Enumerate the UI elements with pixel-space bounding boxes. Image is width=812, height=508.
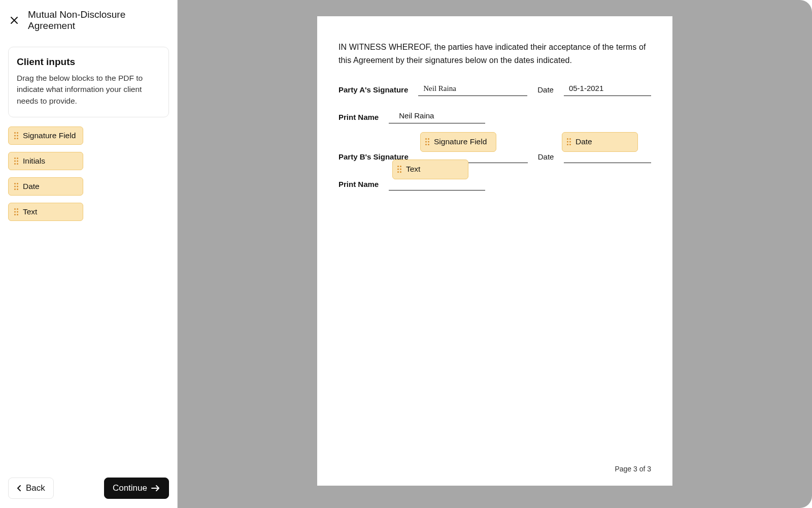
svg-point-25 — [428, 138, 429, 140]
svg-point-40 — [397, 171, 399, 173]
svg-point-10 — [14, 163, 16, 165]
svg-point-26 — [425, 141, 427, 143]
placed-label: Text — [406, 163, 420, 176]
block-signature-field[interactable]: Signature Field — [8, 126, 83, 145]
svg-point-23 — [17, 214, 18, 215]
svg-point-5 — [17, 138, 18, 139]
page-indicator: Page 3 of 3 — [615, 463, 651, 474]
party-a-date-value: 05-1-2021 — [569, 82, 646, 94]
party-b-printname-label: Print Name — [339, 178, 379, 190]
svg-point-28 — [425, 144, 427, 145]
block-text[interactable]: Text — [8, 203, 83, 221]
pdf-page[interactable]: IN WITNESS WHEREOF, the parties have ind… — [317, 16, 672, 486]
block-label: Date — [23, 182, 40, 191]
placed-label: Signature Field — [434, 136, 487, 148]
placed-text-field[interactable]: Text — [392, 160, 468, 179]
party-b-printname-row: Print Name — [339, 176, 651, 190]
document-area: IN WITNESS WHEREOF, the parties have ind… — [178, 0, 812, 508]
svg-point-37 — [400, 166, 401, 167]
svg-point-31 — [569, 138, 571, 140]
drag-handle-icon — [14, 182, 19, 190]
svg-point-32 — [567, 141, 568, 143]
svg-point-17 — [17, 188, 18, 190]
drag-handle-icon — [425, 138, 430, 146]
svg-point-39 — [400, 169, 401, 170]
svg-point-21 — [17, 211, 18, 213]
block-label: Initials — [23, 156, 45, 166]
party-a-signature-label: Party A's Signature — [339, 84, 408, 96]
placed-date-field[interactable]: Date — [562, 132, 638, 152]
svg-point-19 — [17, 208, 18, 210]
svg-point-11 — [17, 163, 18, 165]
panel-description: Drag the below blocks to the PDF to indi… — [17, 73, 160, 107]
party-b-date-label: Date — [538, 151, 554, 163]
svg-point-34 — [567, 144, 568, 145]
svg-point-13 — [17, 183, 18, 184]
svg-point-9 — [17, 161, 18, 162]
svg-point-22 — [14, 214, 16, 215]
drag-handle-icon — [397, 165, 402, 173]
svg-point-16 — [14, 188, 16, 190]
svg-point-24 — [425, 138, 427, 140]
party-a-signature-line: Neil Raina — [418, 82, 527, 96]
drag-handle-icon — [566, 138, 571, 146]
client-inputs-panel: Client inputs Drag the below blocks to t… — [8, 47, 169, 117]
svg-point-7 — [17, 157, 18, 159]
party-a-signature-value: Neil Raina — [423, 82, 522, 94]
back-button[interactable]: Back — [8, 478, 54, 499]
block-initials[interactable]: Initials — [8, 152, 83, 170]
svg-point-38 — [397, 169, 399, 170]
svg-point-20 — [14, 211, 16, 213]
close-icon — [10, 16, 19, 25]
arrow-right-icon — [151, 485, 160, 492]
svg-point-12 — [14, 183, 16, 184]
svg-point-29 — [428, 144, 429, 145]
block-list: Signature Field Initials Date Text — [8, 126, 169, 221]
svg-point-41 — [400, 171, 401, 173]
party-a-printname-value: Neil Raina — [399, 110, 480, 122]
continue-label: Continue — [113, 483, 147, 493]
svg-point-0 — [14, 132, 16, 134]
svg-point-1 — [17, 132, 18, 134]
continue-button[interactable]: Continue — [104, 478, 169, 499]
svg-point-36 — [397, 166, 399, 167]
svg-point-8 — [14, 161, 16, 162]
placed-label: Date — [576, 136, 592, 148]
block-label: Signature Field — [23, 131, 76, 140]
sidebar: Mutual Non-Disclosure Agreement Client i… — [0, 0, 178, 508]
svg-point-35 — [569, 144, 571, 145]
sidebar-header: Mutual Non-Disclosure Agreement — [8, 9, 169, 31]
footer-buttons: Back Continue — [8, 478, 169, 499]
svg-point-15 — [17, 186, 18, 187]
svg-point-4 — [14, 138, 16, 139]
block-date[interactable]: Date — [8, 177, 83, 196]
svg-point-33 — [569, 141, 571, 143]
party-a-printname-row: Print Name Neil Raina — [339, 109, 651, 123]
party-a-printname-label: Print Name — [339, 111, 379, 123]
svg-point-30 — [567, 138, 568, 140]
svg-point-6 — [14, 157, 16, 159]
svg-point-27 — [428, 141, 429, 143]
witness-paragraph: IN WITNESS WHEREOF, the parties have ind… — [339, 41, 651, 67]
chevron-left-icon — [17, 485, 22, 492]
drag-handle-icon — [14, 132, 19, 140]
party-a-signature-row: Party A's Signature Neil Raina Date 05-1… — [339, 82, 651, 96]
party-a-date-label: Date — [537, 84, 554, 96]
placed-signature-field[interactable]: Signature Field — [420, 132, 496, 152]
block-label: Text — [23, 207, 37, 216]
party-a-printname-line: Neil Raina — [389, 109, 485, 123]
svg-point-3 — [17, 135, 18, 137]
party-a-date-line: 05-1-2021 — [564, 82, 651, 96]
close-button[interactable] — [8, 14, 20, 26]
svg-point-14 — [14, 186, 16, 187]
drag-handle-icon — [14, 208, 19, 216]
svg-point-2 — [14, 135, 16, 137]
back-label: Back — [26, 483, 45, 493]
page-title: Mutual Non-Disclosure Agreement — [28, 9, 169, 31]
panel-heading: Client inputs — [17, 56, 160, 68]
drag-handle-icon — [14, 157, 19, 165]
svg-point-18 — [14, 208, 16, 210]
